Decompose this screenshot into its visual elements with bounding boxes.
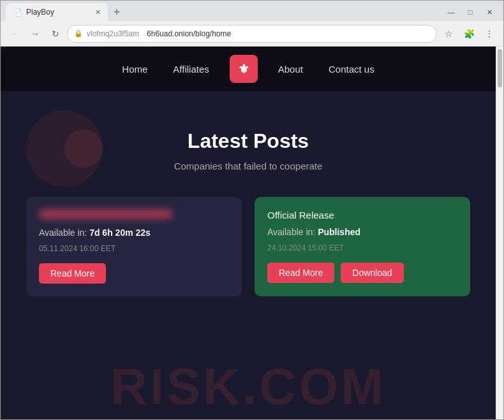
url-right: 6h6uad.onion/blog/home xyxy=(147,29,231,38)
extensions-button[interactable]: 🧩 xyxy=(460,25,478,43)
browser-tab[interactable]: 📄 PlayBoy ✕ xyxy=(6,3,108,21)
url-left: vlofmq2u3f5am xyxy=(87,29,139,38)
bookmark-button[interactable]: ☆ xyxy=(440,25,457,43)
card-2-download-button[interactable]: Download xyxy=(341,263,403,283)
minimize-button[interactable]: — xyxy=(442,3,460,21)
scrollbar[interactable] xyxy=(496,47,503,419)
tab-bar: 📄 PlayBoy ✕ + — □ ✕ xyxy=(1,1,503,21)
maximize-button[interactable]: □ xyxy=(461,3,479,21)
page-subtitle: Companies that failed to cooperate xyxy=(174,161,323,171)
page-content: Home Affiliates ⚜ About Contact us RISK.… xyxy=(1,47,503,419)
card-1: Available in: 7d 6h 20m 22s 05.11.2024 1… xyxy=(26,197,242,296)
card-2-date: 24.10.2024 15:00 EET xyxy=(267,243,457,252)
back-button[interactable]: ← xyxy=(6,25,24,43)
logo-icon: ⚜ xyxy=(238,61,249,76)
scrollbar-thumb[interactable] xyxy=(498,49,502,87)
card-2-available-value: Published xyxy=(318,227,360,237)
card-1-date: 05.11.2024 16:00 EET xyxy=(39,244,229,253)
card-2-actions: Read More Download xyxy=(267,263,457,283)
nav-affiliates[interactable]: Affiliates xyxy=(163,59,219,80)
address-bar[interactable]: 🔒 vlofmq2u3f5am 6h6uad.onion/blog/home xyxy=(67,25,437,43)
card-2-read-more-button[interactable]: Read More xyxy=(267,263,334,283)
site-logo[interactable]: ⚜ xyxy=(230,55,258,83)
settings-button[interactable]: ⋮ xyxy=(480,25,498,43)
reload-button[interactable]: ↻ xyxy=(47,25,64,43)
watermark: RISK.COM xyxy=(110,358,386,416)
browser-frame: 📄 PlayBoy ✕ + — □ ✕ ← → ↻ 🔒 vlofmq2u3f5a… xyxy=(0,0,504,420)
close-button[interactable]: ✕ xyxy=(480,3,498,21)
card-1-blurred-title xyxy=(39,210,172,219)
card-1-available-value: 7d 6h 20m 22s xyxy=(89,228,151,238)
card-2-available: Available in: Published xyxy=(267,227,457,237)
new-tab-button[interactable]: + xyxy=(108,3,126,21)
tab-title: PlayBoy xyxy=(26,8,89,17)
tab-close-button[interactable]: ✕ xyxy=(93,7,103,17)
card-2: Official Release Available in: Published… xyxy=(255,197,470,296)
page-title: Latest Posts xyxy=(188,129,309,153)
nav-contact[interactable]: Contact us xyxy=(318,59,385,80)
cards-container: Available in: 7d 6h 20m 22s 05.11.2024 1… xyxy=(26,197,470,296)
main-area: RISK.COM Latest Posts Companies that fai… xyxy=(1,91,496,419)
bg-decoration-1 xyxy=(26,110,103,187)
tab-favicon: 📄 xyxy=(13,8,22,17)
bg-decoration-2 xyxy=(64,129,103,168)
forward-button[interactable]: → xyxy=(26,25,44,43)
site-nav: Home Affiliates ⚜ About Contact us xyxy=(1,47,496,91)
card-1-actions: Read More xyxy=(39,263,229,284)
toolbar: ← → ↻ 🔒 vlofmq2u3f5am 6h6uad.onion/blog/… xyxy=(1,21,503,47)
card-1-available: Available in: 7d 6h 20m 22s xyxy=(39,228,229,238)
website: Home Affiliates ⚜ About Contact us RISK.… xyxy=(1,47,496,419)
nav-home[interactable]: Home xyxy=(112,59,158,80)
card-2-title: Official Release xyxy=(267,210,457,221)
card-1-read-more-button[interactable]: Read More xyxy=(39,263,106,284)
nav-about[interactable]: About xyxy=(268,59,313,80)
lock-icon: 🔒 xyxy=(74,29,83,38)
